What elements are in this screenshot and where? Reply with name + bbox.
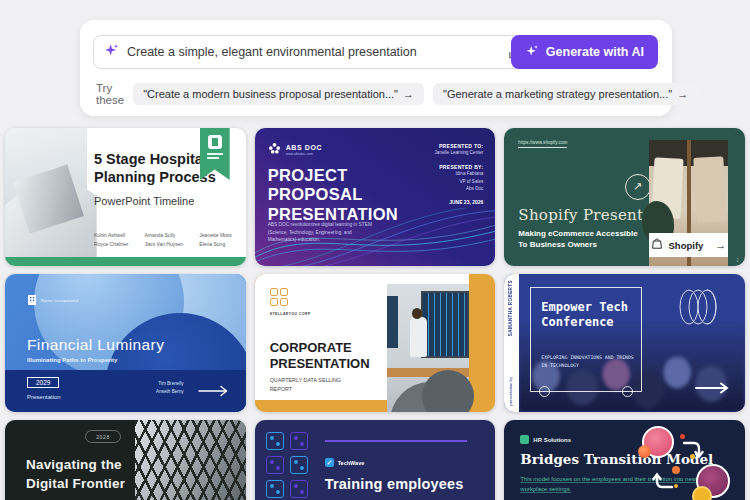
template-card-training-employees[interactable]: TechWave Training employees: [255, 420, 496, 500]
brand-name: HR Solutions: [533, 437, 571, 443]
prompt-panel: Create a simple, elegant environmental p…: [80, 20, 672, 116]
template-card-project-proposal[interactable]: ABS DOC www.absdoc.com PROJECT PROPOSAL …: [255, 128, 496, 266]
lattice-photo: [135, 420, 246, 500]
template-card-digital-frontier[interactable]: 2028 Navigating the Digital Frontier: [5, 420, 246, 500]
hr-solutions-logo-icon: [520, 435, 529, 444]
building-logo-icon: [27, 292, 37, 310]
sparkles-icon: [525, 44, 539, 61]
footer-bar: 2029 Presentation Tim Brenelly Anseth Be…: [5, 370, 246, 412]
techwave-logo-icon: [325, 458, 334, 467]
outline-frame: Empower Tech Conference EXPLORING INNOVA…: [530, 287, 642, 392]
year-badge: 2028: [85, 430, 121, 443]
template-grid: 5 Stage Hospital Planning Process PowerP…: [5, 128, 745, 500]
arrow-right-icon: [695, 380, 729, 398]
squares-logo-icon: [270, 288, 288, 306]
suggestion-text: "Generate a marketing strategy presentat…: [443, 88, 672, 100]
author-names: Kubin AshwellRoyce Chalmer Amanda SullyJ…: [94, 231, 236, 249]
template-subtitle: Illuminating Paths to Prosperity: [27, 357, 117, 363]
template-subtitle: Making eCommerce Accessible To Business …: [518, 228, 640, 250]
brand-name: ABS DOC: [286, 144, 322, 151]
year-badge: 2029: [27, 377, 59, 388]
suggestion-text: "Create a modern business proposal prese…: [143, 88, 398, 100]
pattern-icons: [266, 432, 308, 498]
brand-name: TechWave: [338, 460, 365, 466]
template-card-shopify-presents[interactable]: https://www.shopify.com ↗ Shopify Presen…: [504, 128, 745, 266]
presenter-photo: [387, 284, 469, 412]
template-card-financial-luminary[interactable]: Rainer Incorporated Financial Luminary I…: [5, 274, 246, 412]
building-photo: [5, 128, 87, 257]
template-card-empower-tech-conference[interactable]: SAMANTHA ROBERTS presentation by Empower…: [504, 274, 745, 412]
abs-doc-logo-icon: [268, 141, 281, 159]
wireframe-cylinder-icon: [673, 286, 729, 332]
shopify-bag-icon: [651, 236, 663, 254]
prompt-input[interactable]: Create a simple, elegant environmental p…: [93, 35, 533, 69]
template-subtitle: PowerPoint Timeline: [94, 195, 236, 207]
template-subtitle: QUARTERLY DATA SELLING REPORT: [270, 376, 350, 393]
template-title: Navigating the Digital Frontier: [26, 456, 146, 494]
template-title: Shopify Presents:: [518, 206, 656, 224]
prompt-input-value: Create a simple, elegant environmental p…: [127, 45, 499, 59]
presentation-date: JUNE 23, 2026: [435, 199, 484, 205]
arrow-right-icon: →: [403, 88, 414, 100]
shopify-brand-bar: Shopify →: [649, 233, 728, 257]
presenter-names: Tim Brenelly Anseth Berny: [156, 380, 184, 397]
arrow-right-icon: [198, 383, 228, 401]
clothes-rack-photo: Shopify →: [649, 140, 728, 266]
arrow-right-icon: →: [715, 239, 726, 251]
suggestion-chip-business-proposal[interactable]: "Create a modern business proposal prese…: [133, 83, 424, 105]
template-gallery-page: Create a simple, elegant environmental p…: [0, 0, 750, 500]
arrow-right-icon: →: [677, 88, 688, 100]
template-title: Empower Tech Conference: [541, 300, 645, 330]
template-card-hospital-planning[interactable]: 5 Stage Hospital Planning Process PowerP…: [5, 128, 246, 266]
suggestion-chip-marketing-strategy[interactable]: "Generate a marketing strategy presentat…: [433, 83, 698, 105]
page-number: 1: [736, 258, 739, 263]
template-title: Financial Luminary: [27, 336, 164, 354]
green-footer-bar: [5, 257, 246, 266]
brand-name: Shopify: [669, 240, 704, 251]
suggestions-row: Try these "Create a modern business prop…: [96, 82, 698, 106]
year-label: Presentation: [27, 394, 61, 400]
template-title: Training employees: [325, 476, 464, 492]
generate-with-ai-label: Generate with AI: [546, 45, 644, 59]
template-card-bridges-transition-model[interactable]: HR Solutions Bridges Transition Model Th…: [504, 420, 745, 500]
template-card-corporate-presentation[interactable]: STELLARYOU CORP CORPORATE PRESENTATION Q…: [255, 274, 496, 412]
generate-with-ai-button[interactable]: Generate with AI: [511, 35, 658, 69]
presenter-label: presentation by: [508, 377, 513, 406]
divider-line: [325, 440, 468, 442]
presenter-name: SAMANTHA ROBERTS: [508, 280, 513, 336]
try-these-label: Try these: [96, 82, 124, 106]
ai-sparkle-icon: [104, 43, 119, 62]
diagonal-arrow-icon: ↗: [625, 174, 651, 200]
presented-to-value: Janelle Learning Center: [435, 149, 484, 156]
brand-name: Rainer Incorporated: [41, 298, 81, 304]
template-title: CORPORATE PRESENTATION: [270, 340, 402, 372]
wave-graphic: [255, 208, 495, 266]
cycle-arrow-icon: [652, 472, 674, 494]
website-url: https://www.shopify.com: [518, 140, 567, 148]
brand-url: www.absdoc.com: [286, 152, 322, 156]
presenter-sidebar: SAMANTHA ROBERTS presentation by: [504, 274, 519, 412]
company-name: STELLARYOU CORP: [270, 312, 311, 316]
template-subtitle: EXPLORING INNOVATIONS AND TRENDS IN TECH…: [541, 354, 641, 369]
cycle-arrow-icon: [682, 440, 704, 464]
